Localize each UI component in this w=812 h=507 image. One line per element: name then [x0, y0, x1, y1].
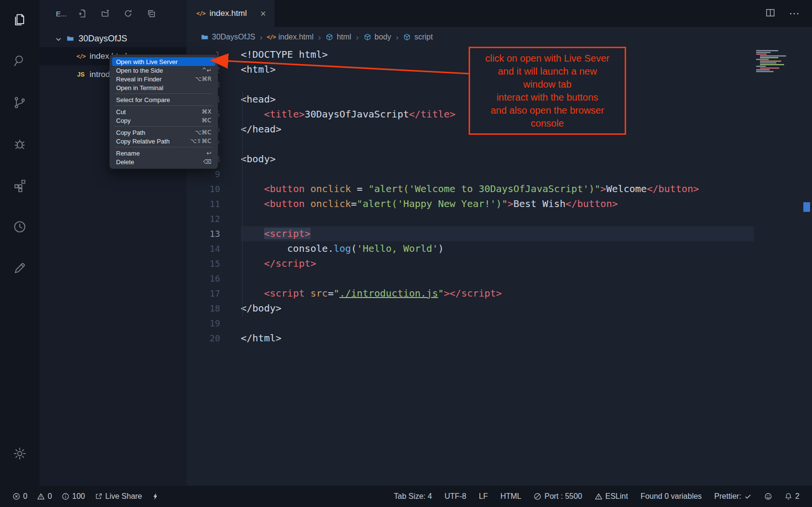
smiley-icon — [764, 493, 772, 500]
menu-shortcut: ⌥⌘R — [195, 76, 211, 82]
code-line-20[interactable]: 20</html> — [186, 331, 812, 346]
code-line-8[interactable]: 8<body> — [186, 152, 812, 167]
status-utf-8[interactable]: UTF-8 — [445, 492, 466, 501]
line-number: 11 — [186, 196, 241, 211]
search-icon — [13, 54, 27, 70]
activity-history[interactable] — [0, 207, 39, 248]
menu-item-open-with-live-server[interactable]: Open with Live Server — [112, 57, 215, 66]
status-smiley[interactable] — [764, 493, 772, 500]
line-number: 14 — [186, 241, 241, 256]
bell-icon — [785, 493, 792, 500]
refresh-icon[interactable] — [124, 9, 132, 18]
menu-item-cut[interactable]: Cut⌘X — [112, 107, 215, 116]
annotation-line: interact with the buttons — [497, 91, 598, 104]
menu-item-copy[interactable]: Copy⌘C — [112, 116, 215, 125]
new-folder-icon[interactable] — [101, 9, 109, 18]
check-icon — [744, 493, 752, 500]
breadcrumb-separator-icon: › — [260, 32, 263, 42]
menu-item-copy-path[interactable]: Copy Path⌥⌘C — [112, 128, 215, 137]
collapse-all-icon[interactable] — [147, 9, 156, 18]
sidebar-header: E... — [39, 0, 186, 27]
menu-separator — [115, 93, 213, 94]
new-file-icon[interactable] — [78, 9, 86, 18]
activity-source-control[interactable] — [0, 83, 39, 124]
status-0[interactable]: 0 — [13, 492, 27, 501]
activity-explorer[interactable] — [0, 0, 39, 41]
folder-root-30daysofjs[interactable]: 30DaysOfJS — [39, 30, 186, 47]
folder-icon — [66, 35, 74, 42]
code-line-19[interactable]: 19 — [186, 316, 812, 331]
menu-item-delete[interactable]: Delete⌫ — [112, 157, 215, 166]
status-live-share[interactable]: Live Share — [95, 492, 143, 501]
line-number: 18 — [186, 301, 241, 316]
pen-icon — [13, 261, 27, 277]
menu-shortcut: ^↵ — [202, 67, 211, 74]
info-icon — [62, 493, 69, 500]
status-prettier[interactable]: Prettier: — [714, 492, 752, 501]
warning-icon — [37, 493, 45, 500]
code-text: <html> — [241, 62, 275, 77]
menu-separator — [115, 105, 213, 106]
code-line-12[interactable]: 12 — [186, 211, 812, 226]
breadcrumb-separator-icon: › — [318, 32, 321, 42]
breadcrumb-script[interactable]: script — [403, 33, 432, 41]
code-line-18[interactable]: 18</body> — [186, 301, 812, 316]
status-port-5500[interactable]: Port : 5500 — [534, 492, 582, 501]
breadcrumb-body[interactable]: body — [364, 33, 392, 41]
breadcrumb-30daysofjs[interactable]: 30DaysOfJS — [201, 33, 255, 41]
status-lf[interactable]: LF — [479, 492, 488, 501]
status-2[interactable]: 2 — [785, 492, 799, 501]
activity-search[interactable] — [0, 41, 39, 83]
minimap[interactable] — [756, 49, 799, 76]
bolt-icon — [152, 493, 159, 500]
code-line-16[interactable]: 16 — [186, 271, 812, 286]
close-tab-icon[interactable]: × — [260, 9, 266, 18]
code-line-7[interactable]: 7 — [186, 137, 812, 152]
activity-bar — [0, 0, 39, 486]
status-eslint[interactable]: ESLint — [595, 492, 628, 501]
activity-feedback[interactable] — [0, 248, 39, 290]
more-actions-icon[interactable]: ⋯ — [789, 8, 799, 19]
status-0[interactable]: 0 — [37, 492, 52, 501]
menu-item-rename[interactable]: Rename↩ — [112, 149, 215, 157]
activity-run-debug[interactable] — [0, 124, 39, 166]
code-line-17[interactable]: 17 <script src="./introduction.js"></scr… — [186, 286, 812, 301]
menu-item-open-to-the-side[interactable]: Open to the Side^↵ — [112, 66, 215, 75]
line-number: 19 — [186, 316, 241, 331]
activity-extensions[interactable] — [0, 166, 39, 207]
split-editor-icon[interactable] — [765, 8, 775, 20]
code-line-14[interactable]: 14 console.log('Hello, World') — [186, 241, 812, 256]
debug-bug-icon — [13, 137, 27, 153]
menu-item-reveal-in-finder[interactable]: Reveal in Finder⌥⌘R — [112, 75, 215, 83]
code-line-15[interactable]: 15 </script> — [186, 256, 812, 271]
status-html[interactable]: HTML — [500, 492, 522, 501]
breadcrumb-html[interactable]: html — [326, 33, 351, 41]
editor-actions: ⋯ — [765, 8, 812, 20]
overview-ruler-marker[interactable] — [803, 202, 810, 212]
code-text: </head> — [241, 122, 281, 137]
error-icon — [13, 493, 20, 500]
indent-guide — [242, 92, 243, 316]
menu-shortcut: ⌘X — [202, 108, 211, 115]
extensions-icon — [13, 178, 27, 195]
activity-settings[interactable] — [0, 434, 39, 475]
menu-item-select-for-compare[interactable]: Select for Compare — [112, 95, 215, 104]
code-line-9[interactable]: 9 — [186, 167, 812, 182]
line-number: 20 — [186, 331, 241, 346]
status-found-0-variables[interactable]: Found 0 variables — [641, 492, 702, 501]
code-line-11[interactable]: 11 <button onclick="alert('Happy New Yea… — [186, 196, 812, 211]
menu-item-open-in-terminal[interactable]: Open in Terminal — [112, 83, 215, 92]
code-line-10[interactable]: 10 <button onclick = "alert('Welcome to … — [186, 182, 812, 196]
live-share-icon — [95, 493, 103, 500]
menu-shortcut: ⌫ — [203, 158, 211, 165]
status-tab-size-4[interactable]: Tab Size: 4 — [394, 492, 432, 501]
tab-index-html[interactable]: </> index.html × — [186, 0, 275, 27]
status-100[interactable]: 100 — [62, 492, 85, 501]
breadcrumb-index-html[interactable]: </>index.html — [267, 33, 314, 41]
status-bar: 00100Live Share Tab Size: 4UTF-8LFHTMLPo… — [0, 486, 812, 507]
menu-separator — [115, 147, 213, 147]
status-bolt[interactable] — [152, 493, 159, 500]
menu-item-copy-relative-path[interactable]: Copy Relative Path⌥⇧⌘C — [112, 137, 215, 145]
sidebar-title: E... — [56, 10, 67, 18]
code-line-13[interactable]: 13 <script> — [186, 226, 812, 241]
